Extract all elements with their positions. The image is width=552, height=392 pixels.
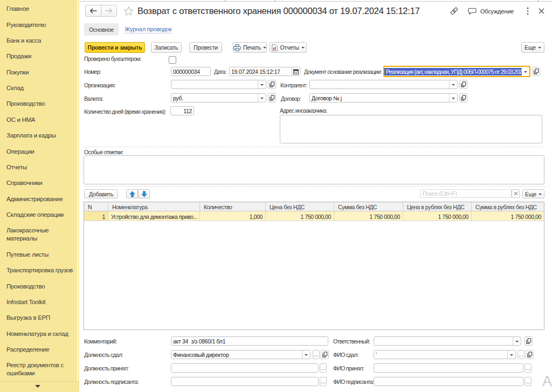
sidebar-item-glavnoe[interactable]: Главное (0, 1, 77, 17)
organization-dropdown-button[interactable] (258, 80, 266, 88)
fio-gave-dropdown-button[interactable] (507, 350, 515, 359)
col-price[interactable]: Цена без НДС (266, 202, 334, 211)
col-n[interactable]: N (84, 202, 108, 211)
print-button[interactable]: Печать (233, 42, 267, 53)
fio-received-input[interactable] (374, 363, 523, 373)
cell-quantity[interactable]: 1,000 (200, 211, 266, 221)
fio-received-list-button[interactable]: … (525, 363, 532, 373)
foreign-customer-address-textarea[interactable] (280, 115, 542, 143)
close-icon[interactable] (539, 8, 544, 14)
contract-dropdown-button[interactable] (449, 94, 457, 102)
date-input[interactable]: 19.07.2024 15:12:17 (229, 67, 300, 76)
organization-input[interactable] (171, 80, 266, 89)
checked-by-accountant-checkbox[interactable] (169, 56, 176, 64)
search-clear-button[interactable] (512, 189, 520, 198)
get-link-icon[interactable] (450, 6, 459, 16)
position-signer-input[interactable] (171, 377, 319, 386)
sidebar-item-raspredelenie[interactable]: Распределение (0, 342, 77, 357)
sidebar-item-spravochniki[interactable]: Справочники (0, 175, 77, 191)
currency-dropdown-button[interactable] (258, 94, 266, 102)
favorite-star-icon[interactable] (123, 6, 134, 16)
tab-journal-link[interactable]: Журнал проводок (125, 25, 171, 33)
col-quantity[interactable]: Количество (200, 202, 266, 211)
cell-amount-rub[interactable]: 1 750 000,00 (472, 211, 544, 221)
sidebar-item-operacii[interactable]: Операции (0, 143, 77, 159)
sidebar-item-skladskie-operacii[interactable]: Складские операции (0, 207, 77, 223)
fio-gave-open-button[interactable] (526, 350, 534, 359)
fio-signer-input[interactable] (374, 377, 523, 386)
counterparty-open-button[interactable] (459, 80, 467, 89)
col-nomenclature[interactable]: Номенклатура (108, 202, 200, 211)
reports-button[interactable]: Отчеты (270, 42, 307, 53)
currency-input[interactable]: руб. (171, 93, 266, 102)
sidebar-more-area[interactable] (0, 381, 79, 392)
nav-back-button[interactable] (85, 5, 101, 17)
tab-main[interactable]: Основное (84, 23, 119, 36)
position-gave-dropdown-button[interactable] (302, 350, 310, 359)
move-row-down-button[interactable] (138, 189, 150, 198)
fio-signer-list-button[interactable]: … (525, 377, 532, 386)
kebab-menu-icon[interactable] (527, 7, 529, 15)
base-document-open-button[interactable] (532, 67, 540, 76)
fio-gave-input[interactable]: ' (374, 350, 516, 359)
sidebar-splitter[interactable] (78, 0, 79, 392)
sidebar-item-zarplata-i-kadry[interactable]: Зарплата и кадры (0, 128, 77, 143)
col-amount[interactable]: Сумма без НДС (334, 202, 403, 211)
contract-open-button[interactable] (459, 93, 467, 102)
discussion-label[interactable]: Обсуждение (480, 8, 514, 15)
sidebar-item-vygruzka-v-erp[interactable]: Выгрузка в ЕРП (0, 310, 77, 326)
sidebar-item-rukovoditelyu[interactable]: Руководителю (0, 17, 77, 32)
discussion-icon[interactable] (467, 7, 477, 16)
sidebar-item-bank-i-kassa[interactable]: Банк и касса (0, 33, 77, 49)
sidebar-item-otchety[interactable]: Отчеты (0, 160, 77, 175)
base-document-dropdown-button[interactable] (522, 67, 529, 76)
counterparty-input[interactable] (309, 80, 458, 89)
table-row[interactable]: 1 Устройство для демонтажа приво... 1,00… (84, 211, 544, 221)
responsible-dropdown-button[interactable] (513, 337, 521, 345)
save-button[interactable]: Записать (151, 42, 182, 53)
col-amount-rub[interactable]: Сумма в рублях без НДС (472, 202, 544, 211)
sidebar-item-proizvodstvo-2[interactable]: Производство (0, 278, 77, 294)
base-document-input[interactable]: Реализация (акт, накладная, УПД) 00БП-00… (383, 66, 530, 77)
items-more-button[interactable]: Еще (522, 189, 544, 198)
sidebar-item-reestr-dokumentov[interactable]: Реестр документов с ошибками (0, 357, 77, 381)
sidebar-item-lakokrasochnye[interactable]: Лакокрасочные материалы (0, 223, 77, 246)
position-received-list-button[interactable]: … (320, 363, 327, 373)
cell-price[interactable]: 1 750 000,00 (266, 211, 334, 221)
sidebar-item-prodazhi[interactable]: Продажи (0, 49, 77, 64)
form-more-button[interactable]: Еще (521, 42, 544, 53)
cell-n[interactable]: 1 (84, 211, 108, 221)
sidebar-item-putevye-listy[interactable]: Путевые листы (0, 247, 77, 263)
col-price-rub[interactable]: Цена в рублях без НДС (403, 202, 472, 211)
position-gave-input[interactable]: Финансовый директор (171, 350, 310, 359)
sidebar-item-os-i-nma[interactable]: ОС и НМА (0, 112, 77, 128)
sidebar-item-infostart-toolkit[interactable]: Infostart Toolkit (0, 294, 77, 310)
nav-forward-button[interactable] (101, 5, 117, 17)
move-row-up-button[interactable] (126, 189, 138, 198)
position-signer-list-button[interactable]: … (320, 377, 327, 386)
sidebar-item-proizvodstvo[interactable]: Производство (0, 96, 77, 112)
currency-open-button[interactable] (268, 93, 276, 102)
sidebar-more-chevron-icon[interactable] (35, 385, 40, 388)
days-input[interactable]: 112 (170, 106, 194, 115)
sidebar-item-administrirovanie[interactable]: Администрирование (0, 191, 77, 207)
sidebar-item-sklad[interactable]: Склад (0, 80, 77, 96)
sidebar-item-nomenklatura-i-sklad[interactable]: Номенклатура и склад (0, 326, 77, 342)
sidebar-item-pokupki[interactable]: Покупки (0, 65, 77, 80)
add-row-button[interactable]: Добавить (84, 189, 118, 198)
post-and-close-button[interactable]: Провести и закрыть (85, 42, 145, 53)
post-button[interactable]: Провести (189, 42, 222, 53)
counterparty-dropdown-button[interactable] (449, 80, 457, 88)
cell-price-rub[interactable]: 1 750 000,00 (403, 211, 472, 221)
comment-input[interactable]: акт 34 з/з 0860/1 бл1 (171, 336, 328, 346)
contract-input[interactable]: Договор № ј (309, 93, 458, 102)
position-gave-list-button[interactable]: … (313, 350, 320, 359)
fio-gave-list-button[interactable]: … (518, 350, 525, 359)
position-received-input[interactable] (171, 363, 319, 373)
organization-open-button[interactable] (268, 80, 276, 89)
responsible-input[interactable] (374, 336, 521, 346)
sidebar-item-transportirovka[interactable]: Транспортировка грузов (0, 263, 77, 278)
cell-nomenclature[interactable]: Устройство для демонтажа приво... (108, 211, 200, 221)
position-gave-open-button[interactable] (321, 350, 329, 359)
special-marks-textarea[interactable] (84, 155, 544, 184)
